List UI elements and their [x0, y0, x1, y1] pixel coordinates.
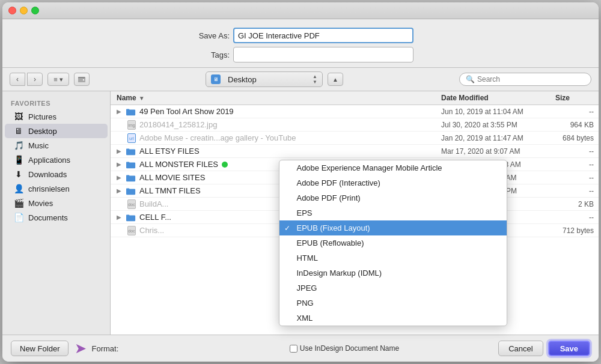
file-date-cell: Jun 10, 2019 at 11:04 AM	[436, 108, 551, 116]
location-name: Desktop	[228, 75, 257, 84]
tags-label: Tags:	[188, 50, 230, 59]
folder-icon	[126, 174, 136, 181]
sidebar-item-chrisnielsen[interactable]: 👤 chrisnielsen	[5, 181, 108, 196]
maximize-button[interactable]	[31, 7, 39, 14]
dropdown-item[interactable]: JPEG	[279, 281, 507, 296]
dropdown-item[interactable]: PNG	[279, 296, 507, 311]
tags-row: Tags:	[14, 47, 587, 62]
file-size-cell: --	[551, 160, 599, 169]
sidebar-item-movies-label: Movies	[28, 199, 53, 208]
documents-icon: 📄	[13, 212, 24, 223]
sort-arrow-icon: ▼	[139, 95, 145, 102]
dropdown-item[interactable]: InDesign Markup (IDML)	[279, 265, 507, 281]
checkmark-icon: ✓	[284, 224, 290, 232]
file-size-cell: --	[551, 213, 599, 222]
new-folder-button[interactable]: New Folder	[11, 341, 69, 356]
file-name: 20180414_125812.jpg	[139, 120, 217, 129]
folder-icon	[126, 160, 136, 168]
cancel-button[interactable]: Cancel	[498, 341, 543, 356]
file-name: ALL TMNT FILES	[139, 186, 201, 195]
save-button[interactable]: Save	[548, 341, 590, 356]
file-size-cell: --	[551, 147, 599, 156]
search-box: 🔍	[459, 73, 591, 86]
dropdown-item[interactable]: ✓EPUB (Fixed Layout)	[279, 220, 507, 235]
close-button[interactable]	[8, 7, 16, 14]
save-as-input[interactable]	[233, 28, 413, 43]
sidebar-item-documents[interactable]: 📄 Documents	[5, 210, 108, 225]
table-row[interactable]: ▶ 49 Pen Tool Art Show 2019 Jun 10, 2019…	[111, 105, 599, 118]
dropdown-item[interactable]: EPUB (Reflowable)	[279, 235, 507, 250]
sidebar-section-label: Favorites	[2, 97, 110, 109]
file-date-cell: Jan 20, 2019 at 11:47 AM	[436, 134, 551, 142]
format-label: Format:	[91, 344, 118, 353]
file-name-cell: url Adobe Muse - creatin...age gallery -…	[111, 133, 436, 143]
image-icon: img	[127, 120, 136, 130]
file-size-cell: 684 bytes	[551, 134, 599, 142]
music-icon: 🎵	[13, 140, 24, 151]
svg-rect-14	[126, 189, 129, 190]
svg-rect-16	[126, 215, 129, 217]
sidebar-item-applications-label: Applications	[28, 156, 70, 165]
file-name: Chris...	[139, 226, 164, 235]
tags-input[interactable]	[233, 47, 413, 62]
col-name-header: Name ▼	[111, 94, 436, 102]
save-dialog-window: Save As: Tags: ‹ › ≡ ▾ 🖥 Desktop	[2, 2, 599, 362]
purple-arrow-icon: ➤	[75, 340, 87, 357]
sidebar-item-desktop[interactable]: 🖥 Desktop	[5, 124, 108, 138]
sidebar-item-documents-label: Documents	[28, 213, 68, 222]
file-size-cell: --	[551, 174, 599, 182]
arrow-indicator: ➤ Format:	[75, 340, 118, 357]
col-date-header: Date Modified	[436, 94, 551, 102]
file-size-cell: --	[551, 187, 599, 195]
expand-button[interactable]: ▲	[328, 73, 343, 86]
use-indesign-label: Use InDesign Document Name	[300, 344, 399, 353]
use-indesign-checkbox[interactable]	[290, 345, 297, 353]
view-button[interactable]: ≡ ▾	[47, 73, 69, 86]
bottom-bar: New Folder ➤ Format: Adobe Experience Ma…	[2, 335, 599, 362]
dropdown-item[interactable]: Adobe PDF (Interactive)	[279, 175, 507, 190]
dropdown-item[interactable]: Adobe PDF (Print)	[279, 190, 507, 205]
chevron-right-icon: ▶	[117, 108, 121, 115]
search-input[interactable]	[477, 75, 585, 83]
chevron-right-icon: ▶	[117, 187, 121, 194]
sidebar-item-movies[interactable]: 🎬 Movies	[5, 196, 108, 210]
location-icon: 🖥	[211, 74, 221, 84]
sidebar-item-chrisnielsen-label: chrisnielsen	[28, 184, 70, 193]
downloads-icon: ⬇	[13, 169, 24, 180]
file-size-cell: 712 bytes	[551, 226, 599, 235]
sidebar-item-downloads[interactable]: ⬇ Downloads	[5, 167, 108, 181]
dropdown-item[interactable]: Adobe Experience Manager Mobile Article	[279, 160, 507, 175]
sidebar-item-applications[interactable]: 📱 Applications	[5, 153, 108, 167]
svg-rect-6	[126, 109, 129, 111]
toolbar: ‹ › ≡ ▾ 🖥 Desktop ▲▼ ▲ 🔍	[2, 68, 599, 91]
file-icon: doc	[127, 226, 136, 235]
format-row: ➤ Format: Adobe Experience Manager Mobil…	[75, 340, 277, 357]
url-icon: url	[127, 133, 136, 143]
chevron-right-icon: ▶	[117, 174, 121, 181]
action-buttons: Cancel Save	[498, 341, 590, 356]
table-row[interactable]: url Adobe Muse - creatin...age gallery -…	[111, 132, 599, 145]
new-folder-toolbar-button[interactable]	[74, 73, 90, 86]
table-row[interactable]: ▶ ALL ETSY FILES Mar 17, 2020 at 9:07 AM…	[111, 145, 599, 158]
file-size-cell: 2 KB	[551, 200, 599, 208]
sidebar-item-desktop-label: Desktop	[28, 127, 57, 136]
minimize-button[interactable]	[20, 7, 28, 14]
table-row[interactable]: img 20180414_125812.jpg Jul 30, 2020 at …	[111, 118, 599, 132]
file-name: CELL F...	[139, 213, 171, 222]
chrisnielsen-icon: 👤	[13, 183, 24, 194]
sidebar-item-pictures[interactable]: 🖼 Pictures	[5, 109, 108, 124]
forward-button[interactable]: ›	[27, 73, 43, 86]
folder-icon	[126, 108, 136, 115]
search-icon: 🔍	[466, 75, 475, 83]
chevron-right-icon: ▶	[117, 214, 121, 220]
format-dropdown[interactable]: Adobe Experience Manager Mobile ArticleA…	[279, 160, 507, 326]
dropdown-item[interactable]: EPS	[279, 205, 507, 220]
form-header: Save As: Tags:	[2, 19, 599, 68]
svg-rect-12	[126, 175, 129, 177]
back-button[interactable]: ‹	[10, 73, 25, 86]
sidebar-item-music[interactable]: 🎵 Music	[5, 138, 108, 153]
location-picker[interactable]: 🖥 Desktop ▲▼	[206, 71, 323, 87]
dropdown-item[interactable]: HTML	[279, 250, 507, 265]
dropdown-item[interactable]: XML	[279, 311, 507, 326]
sidebar-item-downloads-label: Downloads	[28, 170, 67, 179]
